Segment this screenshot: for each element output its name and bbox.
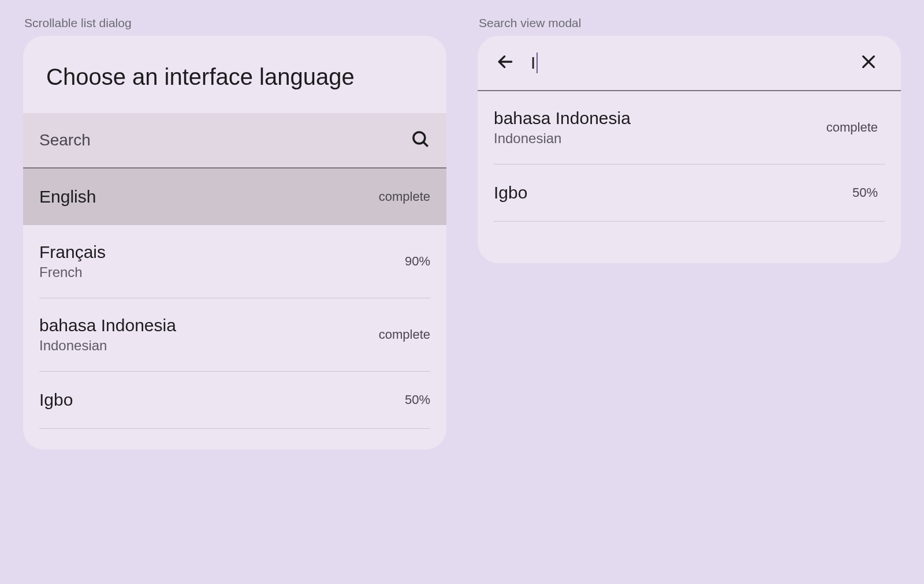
search-results-list: bahasa Indonesia Indonesian complete Igb… [478,91,901,242]
divider [39,428,430,429]
clear-button[interactable] [857,51,880,74]
item-status: complete [379,189,430,204]
item-status: complete [826,120,878,135]
search-bar[interactable]: Search [23,113,446,169]
list-item[interactable]: Igbo 50% [23,372,446,428]
list-item[interactable]: Français French 90% [23,225,446,298]
item-primary: Igbo [39,390,73,410]
back-button[interactable] [494,51,517,74]
item-status: 50% [405,392,430,407]
search-view-modal: I bahasa Indonesia Indonesian complete I… [478,36,901,263]
list-item[interactable]: bahasa Indonesia Indonesian complete [23,298,446,371]
svg-line-1 [423,142,428,147]
svg-point-0 [413,132,425,144]
list-item[interactable]: bahasa Indonesia Indonesian complete [478,91,901,164]
arrow-left-icon [496,53,515,73]
dialog-title: Choose an interface language [23,36,446,113]
list-item[interactable]: English complete [23,169,446,225]
item-primary: English [39,187,96,207]
left-column: Scrollable list dialog Choose an interfa… [23,16,446,568]
close-icon [859,53,878,73]
item-secondary: Indonesian [494,130,631,147]
text-cursor [536,53,538,73]
right-column: Search view modal I bahasa Indonesia [478,16,901,568]
search-icon [411,129,430,151]
item-secondary: French [39,264,106,280]
item-primary: bahasa Indonesia [494,108,631,128]
item-secondary: Indonesian [39,338,176,354]
section-label-scrollable: Scrollable list dialog [23,16,446,30]
language-dialog: Choose an interface language Search Engl… [23,36,446,450]
divider [494,221,885,222]
search-placeholder: Search [39,131,411,149]
modal-header: I [478,36,901,91]
item-status: 50% [852,185,878,200]
language-list: English complete Français French 90% bah… [23,169,446,450]
list-item[interactable]: Igbo 50% [478,164,901,221]
item-status: complete [379,327,430,342]
item-primary: Français [39,242,106,262]
search-input[interactable]: I [531,53,843,73]
search-query-text: I [531,53,535,73]
item-status: 90% [405,254,430,269]
section-label-search-modal: Search view modal [478,16,901,30]
item-primary: bahasa Indonesia [39,316,176,335]
item-primary: Igbo [494,183,527,203]
